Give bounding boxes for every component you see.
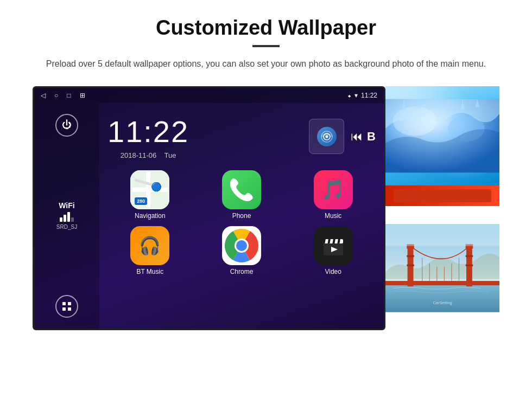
wifi-widget: WiFi SRD_SJ [56, 201, 77, 230]
clock-section: 11:22 2018-11-06 Tue [107, 108, 376, 168]
wallpaper-ice[interactable] [385, 86, 499, 185]
wifi-bar-2 [64, 215, 66, 222]
video-label: Video [325, 268, 341, 275]
apps-grid: 280 🔵 Navigation 📞 Phone [107, 170, 376, 275]
clock-date: 2018-11-06 Tue [121, 151, 176, 159]
ice-svg [385, 86, 499, 185]
app-btmusic[interactable]: 🎧 BT Music [107, 226, 193, 275]
location-icon: ⬥ [347, 92, 351, 99]
chrome-label: Chrome [230, 268, 254, 275]
svg-rect-29 [408, 246, 414, 287]
wallpapers-column: CarSetting [385, 86, 499, 330]
svg-rect-0 [62, 302, 66, 305]
title-divider [252, 45, 280, 47]
sidebar: ⏻ WiFi SRD_SJ [34, 103, 99, 329]
clock-widget: 11:22 2018-11-06 Tue [107, 114, 189, 159]
bridge-svg: CarSetting [385, 206, 499, 330]
recents-icon[interactable]: □ [67, 92, 71, 99]
svg-rect-33 [407, 255, 414, 256]
svg-point-9 [236, 240, 247, 251]
cast-icon [317, 127, 337, 146]
back-icon[interactable]: ◁ [41, 92, 46, 99]
svg-rect-43 [385, 224, 499, 246]
home-icon[interactable]: ○ [54, 92, 58, 99]
status-bar: ◁ ○ □ ⊞ ⬥ ▾ 11:22 [34, 88, 384, 103]
android-screen: ◁ ○ □ ⊞ ⬥ ▾ 11:22 ⏻ WiFi [33, 86, 385, 330]
phone-label: Phone [232, 212, 251, 220]
svg-rect-36 [466, 264, 473, 266]
music-icon: 🎵 [314, 170, 353, 209]
main-area: 11:22 2018-11-06 Tue [99, 103, 384, 329]
clock-date-value: 2018-11-06 [121, 151, 157, 159]
svg-rect-28 [385, 281, 499, 285]
page-subtitle: Preload over 5 default wallpaper options… [33, 57, 499, 71]
app-navigation[interactable]: 280 🔵 Navigation [107, 170, 193, 220]
content-row: ◁ ○ □ ⊞ ⬥ ▾ 11:22 ⏻ WiFi [33, 86, 499, 330]
widget-area: ⏮ B [309, 119, 376, 154]
ice-texture [385, 86, 499, 185]
cast-widget[interactable] [309, 119, 344, 154]
svg-rect-35 [466, 255, 473, 256]
map-pin: 🔵 [151, 182, 162, 192]
prev-track-icon[interactable]: ⏮ [351, 130, 363, 144]
wifi-bars [60, 212, 74, 222]
next-letter-icon: B [367, 130, 376, 144]
page-title: Customized Wallpaper [33, 16, 499, 40]
wallpaper-red-item[interactable] [385, 185, 499, 206]
red-bar [394, 189, 491, 202]
navigation-icon: 280 🔵 [130, 170, 169, 209]
page-wrapper: Customized Wallpaper Preload over 5 defa… [0, 0, 532, 341]
chrome-icon [222, 226, 261, 265]
svg-rect-27 [385, 285, 499, 312]
wifi-bar-4 [71, 217, 74, 222]
navigation-label: Navigation [135, 212, 166, 220]
media-controls: ⏮ B [351, 130, 376, 144]
wifi-bar-1 [60, 217, 62, 222]
phone-icon: 📞 [222, 170, 261, 209]
video-clapper-icon [320, 233, 346, 259]
cast-icon-svg [319, 129, 334, 144]
clock-day-value: Tue [164, 151, 176, 159]
app-chrome[interactable]: Chrome [199, 226, 284, 275]
wifi-icon: ▾ [354, 92, 358, 99]
map-badge: 280 [135, 197, 147, 205]
music-label: Music [325, 212, 341, 220]
grid-icon [61, 301, 72, 312]
svg-rect-30 [466, 246, 472, 287]
app-phone[interactable]: 📞 Phone [199, 170, 284, 220]
svg-point-6 [325, 135, 328, 138]
power-icon: ⏻ [62, 119, 72, 131]
svg-rect-3 [68, 307, 71, 311]
clock-status: 11:22 [361, 92, 377, 99]
screenshot-icon[interactable]: ⊞ [80, 92, 85, 99]
clock-time: 11:22 [107, 114, 189, 149]
app-music[interactable]: 🎵 Music [290, 170, 376, 220]
status-nav-icons: ◁ ○ □ ⊞ [41, 92, 85, 99]
svg-rect-1 [68, 302, 71, 305]
app-video[interactable]: Video [290, 226, 376, 275]
status-system-icons: ⬥ ▾ 11:22 [347, 92, 377, 99]
btmusic-icon: 🎧 [130, 226, 169, 265]
power-button[interactable]: ⏻ [55, 114, 78, 137]
wifi-label: WiFi [59, 201, 74, 210]
svg-rect-34 [407, 264, 414, 266]
wallpaper-bridge[interactable]: CarSetting [385, 206, 499, 330]
svg-text:CarSetting: CarSetting [433, 300, 452, 305]
btmusic-label: BT Music [136, 268, 163, 275]
svg-rect-2 [62, 307, 66, 311]
all-apps-button[interactable] [55, 295, 78, 318]
wifi-ssid: SRD_SJ [56, 224, 77, 230]
chrome-icon-svg [225, 229, 258, 262]
wifi-bar-3 [67, 212, 70, 222]
video-icon [314, 226, 353, 265]
